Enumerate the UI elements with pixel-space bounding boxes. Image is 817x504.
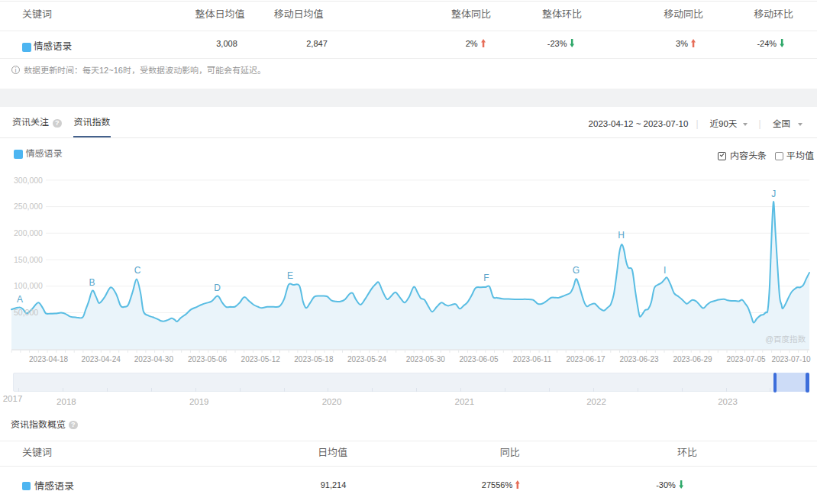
svg-text:2023-04-18: 2023-04-18: [29, 355, 69, 363]
svg-text:D: D: [214, 283, 221, 293]
svg-text:2023-05-18: 2023-05-18: [294, 355, 334, 363]
svg-text:C: C: [134, 265, 141, 276]
svg-text:2023-05-12: 2023-05-12: [241, 355, 281, 363]
svg-text:A: A: [17, 294, 23, 305]
svg-text:2023-04-24: 2023-04-24: [82, 355, 121, 363]
svg-text:2023-06-17: 2023-06-17: [566, 355, 605, 363]
svg-text:I: I: [664, 265, 666, 276]
svg-text:250,000: 250,000: [14, 202, 43, 211]
svg-text:2023-07-05: 2023-07-05: [726, 355, 766, 363]
svg-text:200,000: 200,000: [14, 228, 43, 237]
svg-text:150,000: 150,000: [14, 255, 43, 264]
svg-text:B: B: [89, 277, 95, 288]
svg-text:F: F: [483, 273, 489, 283]
svg-text:2023-06-23: 2023-06-23: [619, 355, 659, 363]
svg-text:2023-06-29: 2023-06-29: [673, 355, 712, 363]
svg-text:50,000: 50,000: [14, 308, 38, 317]
svg-text:2023-05-24: 2023-05-24: [347, 355, 387, 363]
svg-text:2023-07-10: 2023-07-10: [771, 355, 811, 363]
svg-text:300,000: 300,000: [14, 176, 43, 185]
svg-text:E: E: [287, 270, 293, 281]
svg-text:2023-06-11: 2023-06-11: [513, 355, 552, 363]
svg-text:2023-05-30: 2023-05-30: [406, 355, 446, 363]
svg-text:2023-05-06: 2023-05-06: [188, 355, 228, 363]
svg-text:J: J: [771, 189, 776, 199]
svg-text:2023-04-30: 2023-04-30: [134, 355, 174, 363]
svg-text:G: G: [573, 265, 580, 276]
svg-text:100,000: 100,000: [14, 281, 43, 290]
svg-text:2023-06-05: 2023-06-05: [459, 355, 499, 363]
svg-text:H: H: [618, 230, 625, 241]
svg-text:@百度指数: @百度指数: [765, 334, 806, 344]
